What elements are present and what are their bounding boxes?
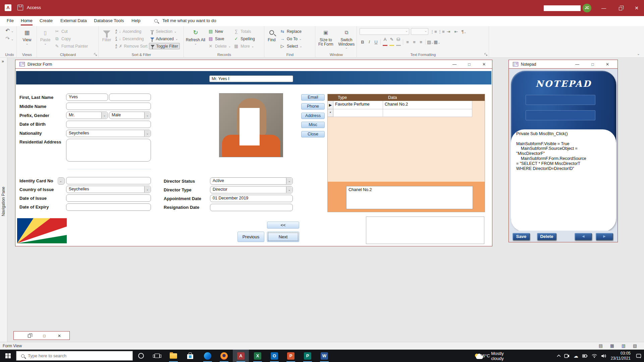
appointment-date-field[interactable]: 01 December 2019 xyxy=(210,195,293,202)
resignation-date-field[interactable] xyxy=(210,204,293,211)
date-of-expiry-field[interactable] xyxy=(66,203,151,211)
prefix-combo[interactable]: Mr.⌄ xyxy=(66,112,108,119)
minimize-icon[interactable]: — xyxy=(452,62,457,67)
replace-button[interactable]: ⇆Replace xyxy=(278,28,304,35)
tab-create[interactable]: Create xyxy=(40,18,53,23)
size-to-fit-form-button[interactable]: ▣ Size to Fit Form xyxy=(316,27,336,47)
table-cell-empty[interactable] xyxy=(383,109,472,117)
save-record-button[interactable]: ▤Save xyxy=(207,36,232,42)
align-right-icon[interactable]: ≡ xyxy=(418,40,424,45)
task-view-button[interactable] xyxy=(149,350,165,362)
taskbar-word[interactable]: W xyxy=(316,350,332,362)
clipboard-dialog-launcher-icon[interactable] xyxy=(94,53,97,56)
taskbar-search[interactable] xyxy=(16,351,133,361)
first-name-field[interactable]: Yves xyxy=(66,94,108,101)
cut-button[interactable]: ✂Cut xyxy=(53,28,89,35)
next-note-button[interactable]: ► xyxy=(596,233,613,240)
battery-icon[interactable] xyxy=(582,350,588,362)
maximize-icon[interactable]: □ xyxy=(42,333,47,339)
tab-file[interactable]: File xyxy=(7,18,14,23)
director-status-combo[interactable]: Active⌄ xyxy=(210,177,293,185)
form-view-icon[interactable]: ▦ xyxy=(607,343,617,349)
cortana-button[interactable] xyxy=(133,350,149,362)
align-left-icon[interactable]: ≡ xyxy=(405,40,411,45)
notepad-title-input[interactable] xyxy=(526,95,595,105)
column-header-data[interactable]: Data xyxy=(388,95,397,100)
ascending-button[interactable]: AZ↓Ascending xyxy=(114,28,149,35)
align-center-icon[interactable]: ≡ xyxy=(411,40,417,45)
start-button[interactable] xyxy=(0,350,16,362)
italic-button[interactable]: I xyxy=(366,39,372,45)
refresh-all-button[interactable]: ↻ Refresh All⌄ xyxy=(184,27,207,46)
view-button[interactable]: ▦ View⌄ xyxy=(19,27,35,46)
date-of-birth-field[interactable] xyxy=(66,121,151,128)
taskbar-edge[interactable] xyxy=(200,350,216,362)
highlight-color-button[interactable]: ✎ xyxy=(389,37,395,47)
next-record-button[interactable]: Next xyxy=(267,232,299,242)
director-form-titlebar[interactable]: Director Form — □ ✕ xyxy=(15,60,492,69)
find-button[interactable]: Find xyxy=(265,27,278,43)
tab-external-data[interactable]: External Data xyxy=(60,18,87,23)
delete-record-button[interactable]: ✕Delete⌄ xyxy=(207,43,232,49)
navigation-pane-collapsed[interactable]: » Navigation Pane xyxy=(0,58,7,342)
taskbar-access-active[interactable]: A xyxy=(233,350,249,362)
tab-database-tools[interactable]: Database Tools xyxy=(94,18,124,23)
identity-card-field[interactable] xyxy=(66,177,151,184)
window-restore-icon[interactable] xyxy=(613,0,628,16)
column-header-type[interactable]: Type xyxy=(338,95,347,100)
taskbar-store[interactable] xyxy=(182,350,198,362)
quick-save-icon[interactable] xyxy=(17,5,23,10)
previous-record-button[interactable]: Previous xyxy=(237,232,264,242)
avatar[interactable]: JC xyxy=(583,4,591,12)
indent-decrease-icon[interactable]: ⇤ xyxy=(453,29,459,34)
undo-icon[interactable]: ↶ ⌄ xyxy=(5,27,13,34)
format-painter-button[interactable]: ✎Format Painter xyxy=(53,43,89,49)
descending-button[interactable]: ZA↓Descending xyxy=(114,36,149,42)
address-button[interactable]: Address xyxy=(301,113,325,119)
numbered-list-icon[interactable]: ⋮≡ xyxy=(438,29,444,34)
table-cell-type[interactable]: Favourite Perfume xyxy=(333,101,383,109)
advanced-button[interactable]: Advanced⌄ xyxy=(149,36,180,42)
close-icon[interactable]: ✕ xyxy=(605,62,610,67)
taskbar-search-input[interactable] xyxy=(28,353,112,358)
middle-name-field[interactable] xyxy=(66,103,151,110)
text-formatting-dialog-launcher-icon[interactable] xyxy=(484,53,488,56)
misc-note-field[interactable]: Chanel No.2 xyxy=(346,186,473,209)
date-of-issue-field[interactable] xyxy=(66,194,151,202)
notepad-save-button[interactable]: Save xyxy=(513,233,530,240)
volume-icon[interactable] xyxy=(601,350,606,362)
totals-button[interactable]: ∑Totals xyxy=(232,28,256,35)
layout-view-icon[interactable]: ▥ xyxy=(619,343,629,349)
more-button[interactable]: ▦More⌄ xyxy=(232,43,256,49)
table-cell-data[interactable]: Chanel No.2 xyxy=(383,101,472,109)
indent-increase-icon[interactable]: ⇥ xyxy=(445,29,451,34)
email-button[interactable]: Email xyxy=(301,94,325,101)
redo-icon[interactable]: ↷ ⌄ xyxy=(5,36,13,42)
row-selector-icon[interactable]: ▶ xyxy=(328,101,333,109)
nationality-combo[interactable]: Seychelles⌄ xyxy=(66,130,151,137)
selection-button[interactable]: Selection⌄ xyxy=(149,28,180,35)
font-color-button[interactable]: A xyxy=(382,37,388,47)
director-name-combo[interactable]: Mr. Yves I xyxy=(209,75,293,82)
window-minimize-icon[interactable]: — xyxy=(596,0,611,16)
design-view-icon[interactable]: ▧ xyxy=(630,343,640,349)
meet-now-icon[interactable] xyxy=(564,350,570,362)
notepad-delete-button[interactable]: Delete xyxy=(537,233,556,240)
copy-button[interactable]: ⧉Copy xyxy=(53,36,89,42)
phone-button[interactable]: Phone xyxy=(301,103,325,110)
notepad-titlebar[interactable]: Notepad — □ ✕ xyxy=(509,60,618,69)
paste-button[interactable]: ▯ Paste⌄ xyxy=(38,27,53,46)
tell-me-search[interactable]: Tell me what you want to do xyxy=(162,18,216,23)
onedrive-icon[interactable]: ☁ xyxy=(574,350,578,362)
table-cell-empty[interactable] xyxy=(333,109,383,117)
datasheet-view-icon[interactable]: ▤ xyxy=(596,343,606,349)
underline-button[interactable]: U xyxy=(373,40,379,45)
taskbar-file-explorer[interactable] xyxy=(165,350,181,362)
previous-note-button[interactable]: ◄ xyxy=(575,233,592,240)
residential-address-field[interactable] xyxy=(66,139,151,162)
tab-home[interactable]: Home xyxy=(21,18,33,25)
window-close-icon[interactable]: ✕ xyxy=(629,0,644,16)
font-family-combo[interactable] xyxy=(360,28,409,35)
gridlines-icon[interactable]: ▨⌄ xyxy=(427,40,433,45)
collapse-ribbon-icon[interactable]: ⌄ xyxy=(637,52,640,56)
